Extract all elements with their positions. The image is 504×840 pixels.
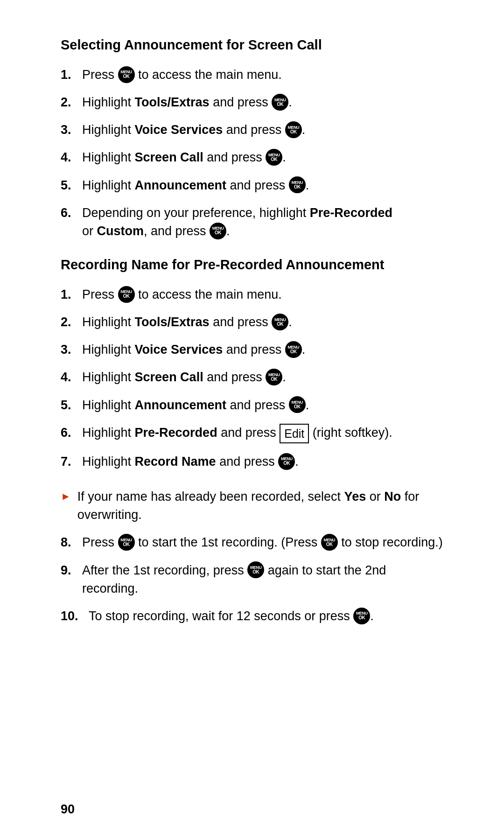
menu-ok-icon: MENUOK	[247, 561, 264, 578]
section-2-steps: 1. Press MENUOK to access the main menu.…	[61, 286, 443, 471]
step-text: Highlight Tools/Extras and press MENUOK.	[82, 93, 443, 112]
step-number: 5.	[61, 396, 82, 414]
bullet-arrow-icon: ►	[61, 489, 71, 504]
menu-ok-icon: MENUOK	[118, 286, 135, 303]
list-item: 5. Highlight Announcement and press MENU…	[61, 396, 443, 414]
step-number: 8.	[61, 533, 82, 552]
section-1: Selecting Announcement for Screen Call 1…	[61, 37, 443, 240]
step-text: Highlight Voice Services and press MENUO…	[82, 341, 443, 359]
list-item: 5. Highlight Announcement and press MENU…	[61, 176, 443, 195]
step-number: 4.	[61, 148, 82, 167]
list-item: 2. Highlight Tools/Extras and press MENU…	[61, 93, 443, 112]
bold-text: Tools/Extras	[135, 315, 210, 329]
step-number: 9.	[61, 561, 82, 580]
step-text: Highlight Announcement and press MENUOK.	[82, 176, 443, 195]
list-item: 1. Press MENUOK to access the main menu.	[61, 66, 443, 84]
step-text: Highlight Pre-Recorded and press Edit (r…	[82, 424, 443, 443]
step-number: 10.	[61, 607, 89, 625]
step-text: Press MENUOK to access the main menu.	[82, 286, 443, 304]
menu-ok-icon: MENUOK	[278, 453, 295, 470]
step-number: 3.	[61, 121, 82, 139]
section-2-steps-continued: 8. Press MENUOK to start the 1st recordi…	[61, 533, 443, 625]
bold-text: No	[384, 490, 401, 504]
bold-text: Tools/Extras	[135, 95, 210, 109]
bold-text: Screen Call	[135, 150, 203, 164]
section-2-title: Recording Name for Pre-Recorded Announce…	[61, 257, 443, 273]
menu-ok-icon: MENUOK	[321, 534, 338, 551]
section-2: Recording Name for Pre-Recorded Announce…	[61, 257, 443, 625]
bold-text: Screen Call	[135, 370, 203, 384]
step-number: 2.	[61, 93, 82, 112]
list-item: 8. Press MENUOK to start the 1st recordi…	[61, 533, 443, 552]
list-item: 3. Highlight Voice Services and press ME…	[61, 341, 443, 359]
step-text: To stop recording, wait for 12 seconds o…	[89, 607, 443, 625]
step-text: Press MENUOK to access the main menu.	[82, 66, 443, 84]
step-number: 1.	[61, 66, 82, 84]
section-1-title: Selecting Announcement for Screen Call	[61, 37, 443, 53]
list-item: 10. To stop recording, wait for 12 secon…	[61, 607, 443, 625]
step-number: 6.	[61, 204, 82, 222]
step-text: Highlight Record Name and press MENUOK.	[82, 453, 443, 471]
list-item: 4. Highlight Screen Call and press MENUO…	[61, 148, 443, 167]
menu-ok-icon: MENUOK	[266, 369, 282, 385]
bold-text: Yes	[344, 490, 366, 504]
menu-ok-icon: MENUOK	[272, 314, 288, 330]
menu-ok-icon: MENUOK	[285, 121, 302, 138]
list-item: 3. Highlight Voice Services and press ME…	[61, 121, 443, 139]
list-item: 1. Press MENUOK to access the main menu.	[61, 286, 443, 304]
bold-text: Pre-Recorded	[310, 206, 392, 220]
step-number: 1.	[61, 286, 82, 304]
step-number: 2.	[61, 313, 82, 331]
step-text: After the 1st recording, press MENUOK ag…	[82, 561, 443, 598]
bold-text: Pre-Recorded	[135, 426, 217, 440]
menu-ok-icon: MENUOK	[210, 223, 226, 239]
edit-button-label: Edit	[280, 424, 309, 443]
step-number: 3.	[61, 341, 82, 359]
step-text: Highlight Voice Services and press MENUO…	[82, 121, 443, 139]
menu-ok-icon: MENUOK	[289, 396, 306, 413]
menu-ok-icon: MENUOK	[266, 149, 282, 166]
menu-ok-icon: MENUOK	[118, 66, 135, 83]
step-text: Highlight Screen Call and press MENUOK.	[82, 148, 443, 167]
page-number: 90	[61, 802, 75, 817]
menu-ok-icon: MENUOK	[118, 534, 135, 551]
step-text: Highlight Tools/Extras and press MENUOK.	[82, 313, 443, 331]
section-1-steps: 1. Press MENUOK to access the main menu.…	[61, 66, 443, 240]
list-item: 6. Depending on your preference, highlig…	[61, 204, 443, 240]
menu-ok-icon: MENUOK	[353, 608, 370, 624]
bullet-text: If your name has already been recorded, …	[77, 488, 443, 524]
step-text: Depending on your preference, highlight …	[82, 204, 443, 240]
menu-ok-icon: MENUOK	[289, 176, 306, 193]
bold-text: Announcement	[135, 178, 227, 192]
step-number: 4.	[61, 368, 82, 386]
list-item: 9. After the 1st recording, press MENUOK…	[61, 561, 443, 598]
page-content: Selecting Announcement for Screen Call 1…	[0, 0, 504, 679]
list-item: 6. Highlight Pre-Recorded and press Edit…	[61, 424, 443, 443]
step-number: 5.	[61, 176, 82, 195]
bold-text: Voice Services	[135, 343, 223, 357]
list-item: 7. Highlight Record Name and press MENUO…	[61, 453, 443, 471]
step-number: 6.	[61, 424, 82, 442]
bold-text: Announcement	[135, 398, 227, 412]
bullet-item: ► If your name has already been recorded…	[61, 488, 443, 524]
menu-ok-icon: MENUOK	[285, 341, 302, 358]
bold-text: Record Name	[135, 455, 216, 469]
menu-ok-icon: MENUOK	[272, 94, 288, 111]
step-text: Highlight Screen Call and press MENUOK.	[82, 368, 443, 386]
list-item: 2. Highlight Tools/Extras and press MENU…	[61, 313, 443, 331]
step-text: Press MENUOK to start the 1st recording.…	[82, 533, 443, 552]
bold-text: Custom	[97, 224, 144, 238]
list-item: 4. Highlight Screen Call and press MENUO…	[61, 368, 443, 386]
bold-text: Voice Services	[135, 123, 223, 137]
step-number: 7.	[61, 453, 82, 471]
step-text: Highlight Announcement and press MENUOK.	[82, 396, 443, 414]
